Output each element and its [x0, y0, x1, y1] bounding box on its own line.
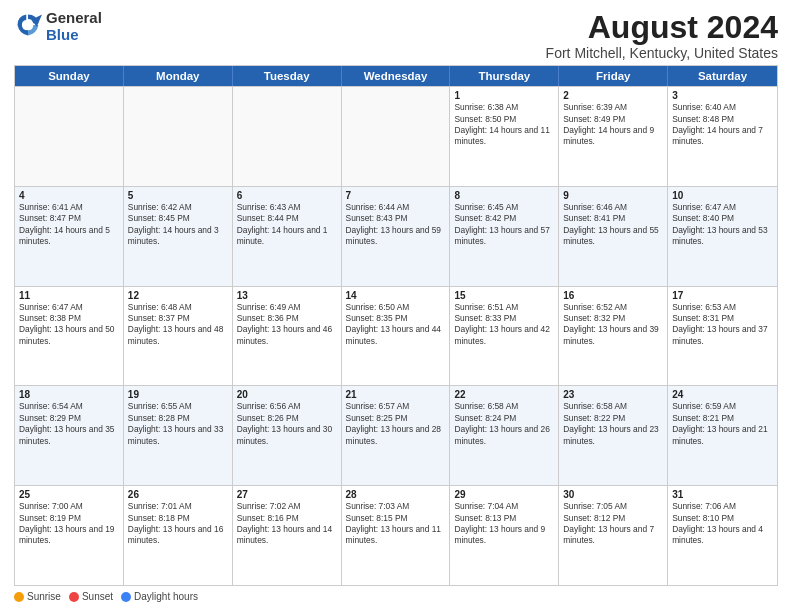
title-block: August 2024 Fort Mitchell, Kentucky, Uni… [546, 10, 778, 61]
day-number: 21 [346, 389, 446, 400]
calendar-week-5: 25Sunrise: 7:00 AM Sunset: 8:19 PM Dayli… [15, 485, 777, 585]
day-number: 29 [454, 489, 554, 500]
main-title: August 2024 [546, 10, 778, 45]
day-info: Sunrise: 6:57 AM Sunset: 8:25 PM Dayligh… [346, 401, 446, 446]
day-cell-25: 25Sunrise: 7:00 AM Sunset: 8:19 PM Dayli… [15, 486, 124, 585]
day-info: Sunrise: 6:43 AM Sunset: 8:44 PM Dayligh… [237, 202, 337, 247]
day-number: 27 [237, 489, 337, 500]
day-info: Sunrise: 6:38 AM Sunset: 8:50 PM Dayligh… [454, 102, 554, 147]
day-number: 22 [454, 389, 554, 400]
calendar-week-4: 18Sunrise: 6:54 AM Sunset: 8:29 PM Dayli… [15, 385, 777, 485]
header-day-thursday: Thursday [450, 66, 559, 86]
legend-sunrise-label: Sunrise [27, 591, 61, 602]
day-number: 30 [563, 489, 663, 500]
day-info: Sunrise: 6:39 AM Sunset: 8:49 PM Dayligh… [563, 102, 663, 147]
calendar-body: 1Sunrise: 6:38 AM Sunset: 8:50 PM Daylig… [15, 86, 777, 585]
calendar-week-1: 1Sunrise: 6:38 AM Sunset: 8:50 PM Daylig… [15, 86, 777, 186]
header-day-wednesday: Wednesday [342, 66, 451, 86]
logo-blue: Blue [46, 27, 102, 44]
legend: Sunrise Sunset Daylight hours [14, 591, 778, 602]
day-number: 17 [672, 290, 773, 301]
day-cell-7: 7Sunrise: 6:44 AM Sunset: 8:43 PM Daylig… [342, 187, 451, 286]
day-info: Sunrise: 7:02 AM Sunset: 8:16 PM Dayligh… [237, 501, 337, 546]
day-number: 20 [237, 389, 337, 400]
day-number: 10 [672, 190, 773, 201]
day-cell-31: 31Sunrise: 7:06 AM Sunset: 8:10 PM Dayli… [668, 486, 777, 585]
day-number: 18 [19, 389, 119, 400]
day-info: Sunrise: 6:40 AM Sunset: 8:48 PM Dayligh… [672, 102, 773, 147]
header: General Blue August 2024 Fort Mitchell, … [14, 10, 778, 61]
day-cell-11: 11Sunrise: 6:47 AM Sunset: 8:38 PM Dayli… [15, 287, 124, 386]
sub-title: Fort Mitchell, Kentucky, United States [546, 45, 778, 61]
day-number: 11 [19, 290, 119, 301]
day-cell-30: 30Sunrise: 7:05 AM Sunset: 8:12 PM Dayli… [559, 486, 668, 585]
day-cell-28: 28Sunrise: 7:03 AM Sunset: 8:15 PM Dayli… [342, 486, 451, 585]
day-number: 8 [454, 190, 554, 201]
day-cell-24: 24Sunrise: 6:59 AM Sunset: 8:21 PM Dayli… [668, 386, 777, 485]
day-info: Sunrise: 6:52 AM Sunset: 8:32 PM Dayligh… [563, 302, 663, 347]
day-info: Sunrise: 6:54 AM Sunset: 8:29 PM Dayligh… [19, 401, 119, 446]
day-cell-3: 3Sunrise: 6:40 AM Sunset: 8:48 PM Daylig… [668, 87, 777, 186]
day-info: Sunrise: 6:56 AM Sunset: 8:26 PM Dayligh… [237, 401, 337, 446]
day-info: Sunrise: 6:58 AM Sunset: 8:24 PM Dayligh… [454, 401, 554, 446]
empty-cell [124, 87, 233, 186]
legend-sunrise: Sunrise [14, 591, 61, 602]
day-info: Sunrise: 7:04 AM Sunset: 8:13 PM Dayligh… [454, 501, 554, 546]
day-info: Sunrise: 6:55 AM Sunset: 8:28 PM Dayligh… [128, 401, 228, 446]
day-info: Sunrise: 6:41 AM Sunset: 8:47 PM Dayligh… [19, 202, 119, 247]
day-number: 31 [672, 489, 773, 500]
legend-sunset-label: Sunset [82, 591, 113, 602]
day-cell-14: 14Sunrise: 6:50 AM Sunset: 8:35 PM Dayli… [342, 287, 451, 386]
day-number: 5 [128, 190, 228, 201]
logo-icon [14, 11, 42, 43]
day-info: Sunrise: 6:48 AM Sunset: 8:37 PM Dayligh… [128, 302, 228, 347]
day-cell-6: 6Sunrise: 6:43 AM Sunset: 8:44 PM Daylig… [233, 187, 342, 286]
day-cell-4: 4Sunrise: 6:41 AM Sunset: 8:47 PM Daylig… [15, 187, 124, 286]
day-number: 24 [672, 389, 773, 400]
day-info: Sunrise: 6:59 AM Sunset: 8:21 PM Dayligh… [672, 401, 773, 446]
day-cell-10: 10Sunrise: 6:47 AM Sunset: 8:40 PM Dayli… [668, 187, 777, 286]
day-cell-5: 5Sunrise: 6:42 AM Sunset: 8:45 PM Daylig… [124, 187, 233, 286]
sunrise-dot [14, 592, 24, 602]
day-number: 19 [128, 389, 228, 400]
day-number: 6 [237, 190, 337, 201]
empty-cell [342, 87, 451, 186]
day-info: Sunrise: 7:01 AM Sunset: 8:18 PM Dayligh… [128, 501, 228, 546]
day-cell-9: 9Sunrise: 6:46 AM Sunset: 8:41 PM Daylig… [559, 187, 668, 286]
empty-cell [15, 87, 124, 186]
day-info: Sunrise: 6:47 AM Sunset: 8:38 PM Dayligh… [19, 302, 119, 347]
legend-sunset: Sunset [69, 591, 113, 602]
day-info: Sunrise: 6:50 AM Sunset: 8:35 PM Dayligh… [346, 302, 446, 347]
day-number: 4 [19, 190, 119, 201]
page: General Blue August 2024 Fort Mitchell, … [0, 0, 792, 612]
day-number: 3 [672, 90, 773, 101]
day-cell-23: 23Sunrise: 6:58 AM Sunset: 8:22 PM Dayli… [559, 386, 668, 485]
day-cell-2: 2Sunrise: 6:39 AM Sunset: 8:49 PM Daylig… [559, 87, 668, 186]
day-number: 14 [346, 290, 446, 301]
day-info: Sunrise: 6:58 AM Sunset: 8:22 PM Dayligh… [563, 401, 663, 446]
day-cell-20: 20Sunrise: 6:56 AM Sunset: 8:26 PM Dayli… [233, 386, 342, 485]
day-number: 13 [237, 290, 337, 301]
calendar: SundayMondayTuesdayWednesdayThursdayFrid… [14, 65, 778, 586]
day-number: 7 [346, 190, 446, 201]
day-cell-16: 16Sunrise: 6:52 AM Sunset: 8:32 PM Dayli… [559, 287, 668, 386]
daylight-dot [121, 592, 131, 602]
day-cell-18: 18Sunrise: 6:54 AM Sunset: 8:29 PM Dayli… [15, 386, 124, 485]
day-info: Sunrise: 6:44 AM Sunset: 8:43 PM Dayligh… [346, 202, 446, 247]
day-number: 15 [454, 290, 554, 301]
day-cell-8: 8Sunrise: 6:45 AM Sunset: 8:42 PM Daylig… [450, 187, 559, 286]
day-number: 12 [128, 290, 228, 301]
day-info: Sunrise: 6:46 AM Sunset: 8:41 PM Dayligh… [563, 202, 663, 247]
day-cell-15: 15Sunrise: 6:51 AM Sunset: 8:33 PM Dayli… [450, 287, 559, 386]
day-cell-17: 17Sunrise: 6:53 AM Sunset: 8:31 PM Dayli… [668, 287, 777, 386]
legend-daylight: Daylight hours [121, 591, 198, 602]
day-cell-13: 13Sunrise: 6:49 AM Sunset: 8:36 PM Dayli… [233, 287, 342, 386]
day-info: Sunrise: 7:00 AM Sunset: 8:19 PM Dayligh… [19, 501, 119, 546]
day-number: 23 [563, 389, 663, 400]
logo-text: General Blue [46, 10, 102, 43]
logo-general: General [46, 10, 102, 27]
empty-cell [233, 87, 342, 186]
day-cell-21: 21Sunrise: 6:57 AM Sunset: 8:25 PM Dayli… [342, 386, 451, 485]
calendar-week-2: 4Sunrise: 6:41 AM Sunset: 8:47 PM Daylig… [15, 186, 777, 286]
day-info: Sunrise: 6:53 AM Sunset: 8:31 PM Dayligh… [672, 302, 773, 347]
